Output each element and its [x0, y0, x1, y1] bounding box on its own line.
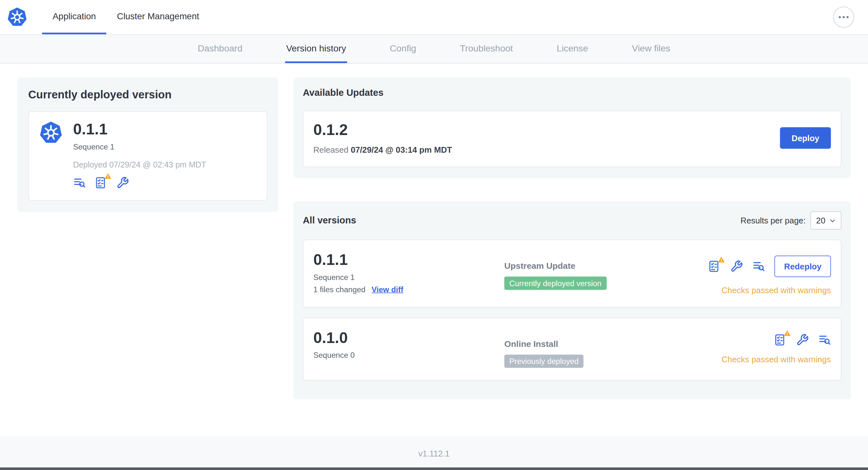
warning-triangle-icon	[783, 330, 791, 337]
available-updates-card: Available Updates 0.1.2 Released 07/29/2…	[293, 77, 851, 178]
tab-cluster-management[interactable]: Cluster Management	[106, 0, 210, 34]
logs-icon[interactable]	[752, 260, 765, 273]
results-per-page-select[interactable]: 20	[811, 211, 842, 230]
window-bottom-edge	[0, 467, 868, 470]
deploy-button[interactable]: Deploy	[780, 127, 831, 148]
currently-deployed-title: Currently deployed version	[28, 89, 267, 101]
available-update-row: 0.1.2 Released 07/29/24 @ 03:14 pm MDT D…	[303, 110, 841, 167]
wrench-icon[interactable]	[796, 334, 809, 346]
row-version-sequence: Sequence 1	[313, 273, 504, 282]
logs-icon[interactable]	[73, 176, 86, 189]
wrench-icon[interactable]	[116, 176, 129, 189]
deployed-status-badge: Currently deployed version	[504, 277, 607, 290]
current-version-sequence: Sequence 1	[73, 142, 257, 152]
version-row: 0.1.1 Sequence 1 1 files changed View di…	[303, 239, 841, 308]
current-version-number: 0.1.1	[73, 121, 257, 138]
results-per-page: Results per page: 20	[741, 211, 842, 230]
kubernetes-app-icon	[39, 121, 63, 145]
version-row-source: Upstream Update Currently deployed versi…	[504, 261, 708, 290]
current-version-info: 0.1.1 Sequence 1 Deployed 07/29/24 @ 02:…	[73, 121, 257, 189]
files-changed-label: 1 files changed	[313, 285, 366, 294]
top-nav: Application Cluster Management	[0, 0, 868, 35]
deployed-status-badge: Previously deployed	[504, 355, 584, 368]
checks-status-text: Checks passed with warnings	[722, 355, 831, 364]
preflight-checks-icon[interactable]	[95, 176, 107, 189]
version-source-label: Upstream Update	[504, 261, 708, 271]
currently-deployed-card: Currently deployed version	[17, 77, 278, 212]
available-update-info: 0.1.2 Released 07/29/24 @ 03:14 pm MDT	[313, 121, 452, 155]
main-content: Currently deployed version	[0, 64, 868, 400]
current-version-actions	[73, 176, 257, 189]
version-row-actions: Checks passed with warnings	[722, 334, 831, 364]
all-versions-title: All versions	[303, 215, 356, 226]
available-version-number: 0.1.2	[313, 121, 452, 139]
checks-status-text: Checks passed with warnings	[722, 286, 831, 295]
currently-deployed-version-card: 0.1.1 Sequence 1 Deployed 07/29/24 @ 02:…	[28, 111, 267, 201]
subnav-dashboard[interactable]: Dashboard	[196, 35, 244, 63]
all-versions-card: All versions Results per page: 20	[293, 202, 851, 400]
version-row-actions: Redeploy Checks passed with warnings	[708, 256, 831, 295]
subnav-view-files[interactable]: View files	[631, 35, 672, 63]
version-row-info: 0.1.1 Sequence 1 1 files changed View di…	[313, 251, 504, 294]
row-files-changed-line: 1 files changed View diff	[313, 285, 504, 294]
app-sub-nav: Dashboard Version history Config Trouble…	[0, 35, 868, 63]
subnav-config[interactable]: Config	[389, 35, 417, 63]
chevron-down-icon	[829, 217, 836, 224]
version-row-action-icons: Redeploy	[708, 256, 831, 277]
version-row-action-icons	[774, 334, 831, 346]
subnav-troubleshoot[interactable]: Troubleshoot	[459, 35, 514, 63]
warning-triangle-icon	[718, 256, 725, 263]
version-row-source: Online Install Previously deployed	[504, 339, 722, 368]
kubernetes-logo-icon	[7, 7, 28, 28]
subnav-license[interactable]: License	[556, 35, 589, 63]
view-diff-link[interactable]: View diff	[372, 285, 403, 294]
logs-icon[interactable]	[818, 334, 831, 346]
version-source-label: Online Install	[504, 339, 722, 349]
subnav-version-history[interactable]: Version history	[285, 35, 347, 63]
available-updates-title: Available Updates	[303, 88, 841, 98]
more-options-button[interactable]	[833, 7, 854, 28]
wrench-icon[interactable]	[730, 260, 743, 273]
footer: v1.112.1	[0, 436, 868, 470]
released-date: 07/29/24 @ 03:14 pm MDT	[351, 145, 452, 154]
version-row: 0.1.0 Sequence 0 Online Install Previous…	[303, 317, 841, 381]
row-version-number: 0.1.1	[313, 251, 504, 269]
row-version-sequence: Sequence 0	[313, 351, 504, 360]
page: Application Cluster Management Dashboard…	[0, 0, 868, 470]
ellipsis-icon	[839, 16, 841, 18]
row-version-number: 0.1.0	[313, 329, 504, 347]
results-per-page-label: Results per page:	[741, 216, 806, 225]
version-row-info: 0.1.0 Sequence 0	[313, 329, 504, 360]
released-prefix: Released	[313, 145, 348, 154]
console-version-text: v1.112.1	[418, 448, 450, 458]
current-version-deployed-date: Deployed 07/29/24 @ 02:43 pm MDT	[73, 160, 257, 169]
warning-triangle-icon	[104, 173, 112, 180]
preflight-checks-icon[interactable]	[774, 334, 786, 346]
preflight-checks-icon[interactable]	[708, 260, 721, 273]
all-versions-header: All versions Results per page: 20	[303, 211, 841, 230]
available-version-released: Released 07/29/24 @ 03:14 pm MDT	[313, 145, 452, 154]
redeploy-button[interactable]: Redeploy	[775, 256, 831, 277]
results-per-page-value: 20	[816, 216, 826, 225]
right-column: Available Updates 0.1.2 Released 07/29/2…	[293, 77, 851, 400]
tab-application[interactable]: Application	[42, 0, 106, 34]
